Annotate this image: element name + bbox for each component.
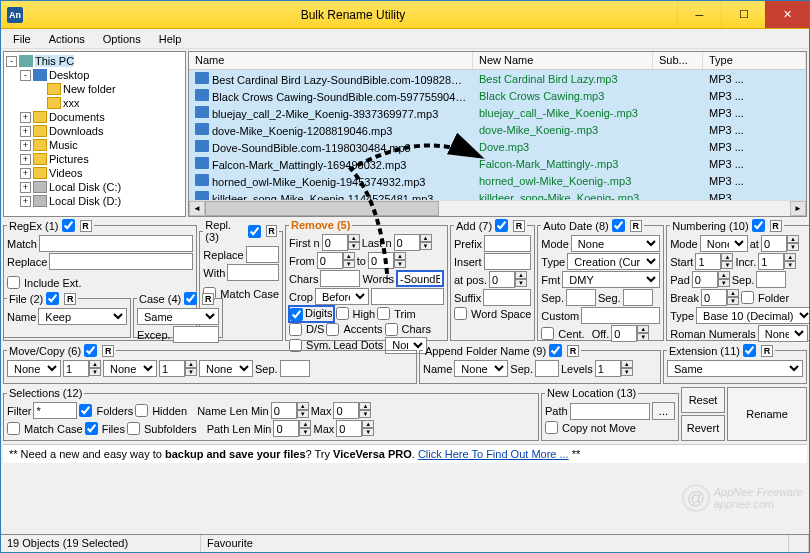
scroll-right-icon[interactable]: ► — [790, 201, 806, 216]
numbering-enable[interactable] — [752, 219, 765, 232]
case-select[interactable]: Same — [137, 308, 219, 325]
menu-actions[interactable]: Actions — [41, 31, 93, 47]
numbering-incr[interactable] — [758, 253, 784, 270]
expand-icon[interactable]: + — [20, 126, 31, 137]
ext-reset[interactable]: R — [761, 345, 773, 357]
remove-trim[interactable] — [377, 307, 390, 320]
case-enable[interactable] — [184, 292, 197, 305]
tree-item[interactable]: +Documents — [6, 110, 183, 124]
numbering-start[interactable] — [695, 253, 721, 270]
repl-replace-input[interactable] — [246, 246, 279, 263]
remove-to[interactable] — [368, 252, 394, 269]
selections-folders[interactable] — [79, 404, 92, 417]
reset-button[interactable]: Reset — [681, 387, 725, 413]
remove-crop-select[interactable]: Before — [315, 288, 369, 305]
expand-icon[interactable]: + — [20, 196, 31, 207]
selections-filter[interactable] — [33, 402, 77, 419]
newloc-path[interactable] — [570, 403, 650, 420]
add-enable[interactable] — [495, 219, 508, 232]
scroll-left-icon[interactable]: ◄ — [189, 201, 205, 216]
tree-item[interactable]: -This PC — [6, 54, 183, 68]
menu-help[interactable]: Help — [151, 31, 190, 47]
file-reset[interactable]: R — [64, 293, 76, 305]
expand-icon[interactable]: + — [20, 112, 31, 123]
repl-enable[interactable] — [248, 225, 261, 238]
menu-options[interactable]: Options — [95, 31, 149, 47]
selections-namemin[interactable] — [271, 402, 297, 419]
col-newname[interactable]: New Name — [473, 52, 653, 69]
autodate-off[interactable] — [611, 325, 637, 342]
regex-enable[interactable] — [62, 219, 75, 232]
autodate-cent[interactable] — [541, 327, 554, 340]
numbering-sep[interactable] — [756, 271, 786, 288]
folder-tree[interactable]: -This PC-DesktopNew folderxxx+Documents+… — [3, 51, 186, 217]
expand-icon[interactable]: + — [20, 168, 31, 179]
remove-crop-input[interactable] — [371, 288, 444, 305]
tree-item[interactable]: +Local Disk (C:) — [6, 180, 183, 194]
tree-item[interactable]: +Local Disk (D:) — [6, 194, 183, 208]
tree-item[interactable]: +Downloads — [6, 124, 183, 138]
add-suffix[interactable] — [483, 289, 531, 306]
remove-words-input[interactable] — [396, 270, 444, 287]
selections-namemax[interactable] — [333, 402, 359, 419]
numbering-reset[interactable]: R — [770, 220, 782, 232]
tree-item[interactable]: +Music — [6, 138, 183, 152]
menu-file[interactable]: File — [5, 31, 39, 47]
tree-item[interactable]: +Videos — [6, 166, 183, 180]
file-row[interactable]: Dove-SoundBible.com-1198030484.mp3Dove.m… — [189, 138, 806, 155]
add-prefix[interactable] — [484, 235, 531, 252]
file-row[interactable]: bluejay_call_2-Mike_Koenig-3937369977.mp… — [189, 104, 806, 121]
tree-item[interactable]: xxx — [6, 96, 183, 110]
remove-digits[interactable] — [290, 308, 303, 321]
movecopy-reset[interactable]: R — [102, 345, 114, 357]
autodate-type[interactable]: Creation (Cur — [567, 253, 660, 270]
remove-ds[interactable] — [289, 323, 302, 336]
movecopy-2[interactable]: None — [103, 360, 157, 377]
maximize-button[interactable]: ☐ — [721, 1, 765, 28]
appendfolder-reset[interactable]: R — [567, 345, 579, 357]
tree-item[interactable]: New folder — [6, 82, 183, 96]
numbering-roman[interactable]: None — [758, 325, 808, 342]
remove-chars-input[interactable] — [320, 270, 360, 287]
add-atpos[interactable] — [489, 271, 515, 288]
selections-hidden[interactable] — [135, 404, 148, 417]
minimize-button[interactable]: ─ — [677, 1, 721, 28]
add-insert[interactable] — [484, 253, 532, 270]
regex-match-input[interactable] — [39, 235, 193, 252]
ext-enable[interactable] — [743, 344, 756, 357]
autodate-seg[interactable] — [623, 289, 653, 306]
tree-item[interactable]: -Desktop — [6, 68, 183, 82]
selections-subfolders[interactable] — [127, 422, 140, 435]
movecopy-1[interactable]: None — [7, 360, 61, 377]
expand-icon[interactable]: + — [20, 154, 31, 165]
appendfolder-sep[interactable] — [535, 360, 559, 377]
file-row[interactable]: dove-Mike_Koenig-1208819046.mp3dove-Mike… — [189, 121, 806, 138]
appendfolder-levels[interactable] — [595, 360, 621, 377]
newloc-copynot[interactable] — [545, 421, 558, 434]
repl-reset[interactable]: R — [266, 225, 277, 237]
file-row[interactable]: Falcon-Mark_Mattingly-169493032.mp3Falco… — [189, 155, 806, 172]
numbering-pad[interactable] — [692, 271, 718, 288]
col-type[interactable]: Type — [703, 52, 806, 69]
regex-include-ext[interactable] — [7, 276, 20, 289]
tree-item[interactable]: +Pictures — [6, 152, 183, 166]
appendfolder-enable[interactable] — [549, 344, 562, 357]
movecopy-n2[interactable] — [159, 360, 185, 377]
case-reset[interactable]: R — [202, 293, 214, 305]
remove-lastn[interactable] — [394, 234, 420, 251]
selections-pathmax[interactable] — [336, 420, 362, 437]
autodate-reset[interactable]: R — [630, 220, 642, 232]
close-button[interactable]: ✕ — [765, 1, 809, 28]
selections-files[interactable] — [85, 422, 98, 435]
regex-replace-input[interactable] — [49, 253, 193, 270]
file-enable[interactable] — [46, 292, 59, 305]
add-reset[interactable]: R — [513, 220, 525, 232]
repl-with-input[interactable] — [227, 264, 279, 281]
file-row[interactable]: horned_owl-Mike_Koenig-1945374932.mp3hor… — [189, 172, 806, 189]
resize-grip[interactable] — [789, 535, 809, 552]
numbering-mode[interactable]: None — [700, 235, 748, 252]
autodate-custom[interactable] — [581, 307, 660, 324]
numbering-break[interactable] — [701, 289, 727, 306]
ext-select[interactable]: Same — [667, 360, 803, 377]
remove-high[interactable] — [336, 307, 349, 320]
